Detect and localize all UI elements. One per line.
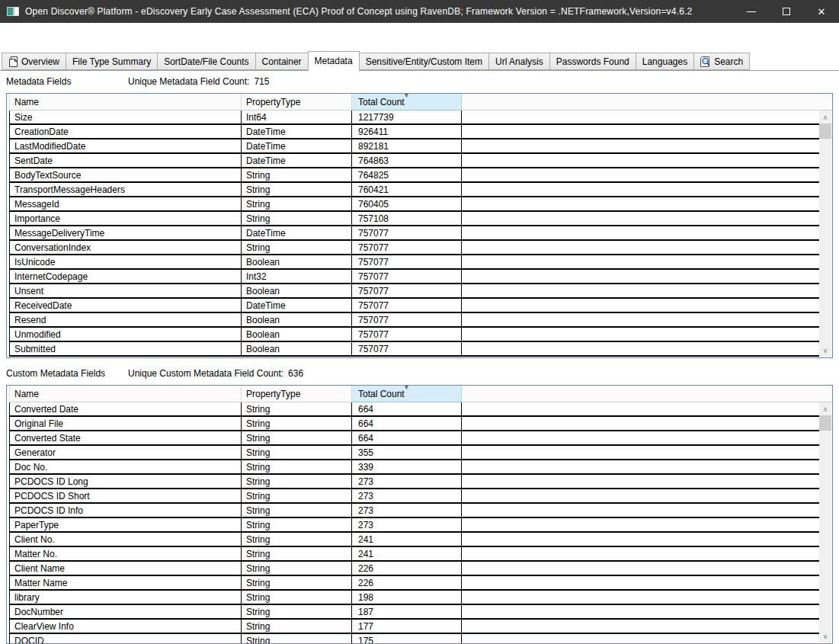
- table-row[interactable]: PCDOCS ID ShortString273: [9, 489, 819, 504]
- table-row[interactable]: Matter No.String241: [9, 547, 819, 562]
- tab-metadata[interactable]: Metadata: [308, 51, 360, 71]
- cell-filler: [462, 620, 819, 633]
- table-row[interactable]: Converted StateString664: [9, 431, 819, 446]
- table-row[interactable]: DocNumberString187: [9, 605, 819, 620]
- cell-filler: [462, 313, 819, 326]
- table-row[interactable]: Client NameString226: [9, 562, 819, 576]
- cell-name: Matter Name: [9, 576, 242, 589]
- cell-total-count: 757077: [352, 284, 462, 297]
- table-row[interactable]: Client No.String241: [9, 533, 819, 547]
- cell-total-count: 175: [352, 634, 462, 643]
- cell-property-type: Boolean: [242, 284, 352, 297]
- column-header-filler: [462, 386, 832, 402]
- table-row[interactable]: CreationDateDateTime926411: [9, 125, 819, 139]
- table-row[interactable]: SizeInt641217739: [9, 111, 819, 125]
- cell-filler: [462, 139, 819, 152]
- table-row[interactable]: UnsentBoolean757077: [9, 284, 819, 299]
- scroll-down-icon[interactable]: ∨: [819, 630, 831, 642]
- table-row[interactable]: IsUnicodeBoolean757077: [9, 255, 819, 270]
- column-header-name[interactable]: Name: [9, 386, 242, 402]
- table-row[interactable]: Original FileString664: [9, 417, 819, 431]
- table-row[interactable]: GeneratorString355: [9, 446, 819, 460]
- table-row[interactable]: Matter NameString226: [9, 576, 819, 591]
- cell-total-count: 1217739: [352, 111, 462, 123]
- count-value: 715: [254, 76, 269, 87]
- close-button[interactable]: ✕: [804, 0, 839, 23]
- minimize-icon: —: [747, 6, 756, 17]
- table-row[interactable]: PaperTypeString273: [9, 518, 819, 533]
- tab-label: Overview: [21, 56, 59, 67]
- cell-name: Unmodified: [9, 328, 242, 341]
- cell-property-type: DateTime: [242, 299, 352, 312]
- cell-name: DOCID: [9, 634, 242, 643]
- metadata-fields-grid: Name PropertyType ▼ Total Count SizeInt6…: [6, 93, 833, 358]
- scroll-down-icon[interactable]: ∨: [819, 344, 831, 357]
- table-row[interactable]: MessageDeliveryTimeDateTime757077: [9, 226, 819, 241]
- cell-name: DocNumber: [9, 605, 242, 618]
- column-header-label: Name: [14, 389, 39, 399]
- cell-name: Size: [9, 111, 242, 123]
- cell-name: Unsent: [9, 284, 242, 297]
- table-row[interactable]: InternetCodepageInt32757077: [9, 270, 819, 284]
- tab-container[interactable]: Container: [255, 53, 309, 70]
- cell-filler: [462, 431, 819, 444]
- table-row[interactable]: SentDateDateTime764863: [9, 154, 819, 168]
- grid-header: Name PropertyType ▼ Total Count: [7, 94, 832, 111]
- cell-property-type: String: [242, 547, 352, 560]
- column-header-propertytype[interactable]: PropertyType: [242, 386, 352, 402]
- column-header-total-count[interactable]: ▼ Total Count: [352, 94, 462, 111]
- column-header-name[interactable]: Name: [9, 94, 242, 111]
- table-row[interactable]: ImportanceString757108: [9, 212, 819, 226]
- table-row[interactable]: TransportMessageHeadersString760421: [9, 183, 819, 197]
- column-header-propertytype[interactable]: PropertyType: [242, 94, 352, 111]
- cell-name: ConversationIndex: [9, 241, 242, 254]
- tab-file-type-summary[interactable]: File Type Summary: [66, 53, 158, 70]
- table-row[interactable]: ConversationIndexString757077: [9, 241, 819, 255]
- toolbar: RavenDB URL: RavenDB Database: Job Summa…: [0, 23, 839, 50]
- minimize-button[interactable]: —: [734, 0, 769, 23]
- tab-languages[interactable]: Languages: [636, 53, 694, 70]
- cell-total-count: 339: [352, 460, 462, 473]
- table-row[interactable]: UnmodifiedBoolean757077: [9, 328, 819, 342]
- cell-total-count: 664: [352, 431, 462, 444]
- table-row[interactable]: SubmittedBoolean757077: [9, 342, 819, 357]
- cell-name: Importance: [9, 212, 242, 225]
- table-row[interactable]: ClearView InfoString177: [9, 620, 819, 634]
- table-row[interactable]: Doc No.String339: [9, 460, 819, 475]
- cell-property-type: Boolean: [242, 328, 352, 341]
- cell-name: CreationDate: [9, 125, 242, 138]
- table-row[interactable]: BodyTextSourceString764825: [9, 168, 819, 183]
- cell-name: Converted Date: [9, 402, 242, 415]
- column-header-total-count[interactable]: ▼ Total Count: [352, 386, 462, 402]
- maximize-button[interactable]: [769, 0, 804, 23]
- scrollbar-thumb[interactable]: [819, 415, 831, 431]
- tab-url-analysis[interactable]: Url Analysis: [488, 53, 550, 70]
- cell-total-count: 273: [352, 518, 462, 531]
- column-header-filler: [462, 94, 832, 111]
- tab-passwords-found[interactable]: Passwords Found: [549, 53, 636, 70]
- table-row[interactable]: libraryString198: [9, 591, 819, 605]
- scroll-up-icon[interactable]: ∧: [819, 402, 831, 415]
- table-row[interactable]: DOCIDString175: [9, 634, 819, 643]
- metadata-fields-section-header: Metadata Fields Unique Metadata Field Co…: [6, 76, 71, 87]
- table-row[interactable]: ResendBoolean757077: [9, 313, 819, 328]
- cell-total-count: 757077: [352, 313, 462, 326]
- cell-name: library: [9, 591, 242, 604]
- vertical-scrollbar[interactable]: ∧ ∨: [819, 111, 831, 357]
- table-row[interactable]: PCDOCS ID LongString273: [9, 475, 819, 489]
- table-row[interactable]: PCDOCS ID InfoString273: [9, 504, 819, 518]
- tab-overview[interactable]: Overview: [2, 53, 66, 70]
- tab-search[interactable]: Search: [693, 53, 750, 70]
- table-row[interactable]: MessageIdString760405: [9, 197, 819, 212]
- scrollbar-thumb[interactable]: [819, 123, 831, 139]
- table-row[interactable]: ReceivedDateDateTime757077: [9, 299, 819, 313]
- table-row[interactable]: Converted DateString664: [9, 402, 819, 417]
- tab-sensitive-entity-custom-item[interactable]: Sensitive/Entity/Custom Item: [359, 53, 489, 70]
- vertical-scrollbar[interactable]: ∧ ∨: [819, 402, 831, 642]
- scroll-up-icon[interactable]: ∧: [819, 111, 831, 123]
- cell-total-count: 757108: [352, 212, 462, 225]
- table-row[interactable]: LastModifiedDateDateTime892181: [9, 139, 819, 154]
- tab-sortdate-file-counts[interactable]: SortDate/File Counts: [157, 53, 255, 70]
- cell-name: Doc No.: [9, 460, 242, 473]
- cell-filler: [462, 168, 819, 181]
